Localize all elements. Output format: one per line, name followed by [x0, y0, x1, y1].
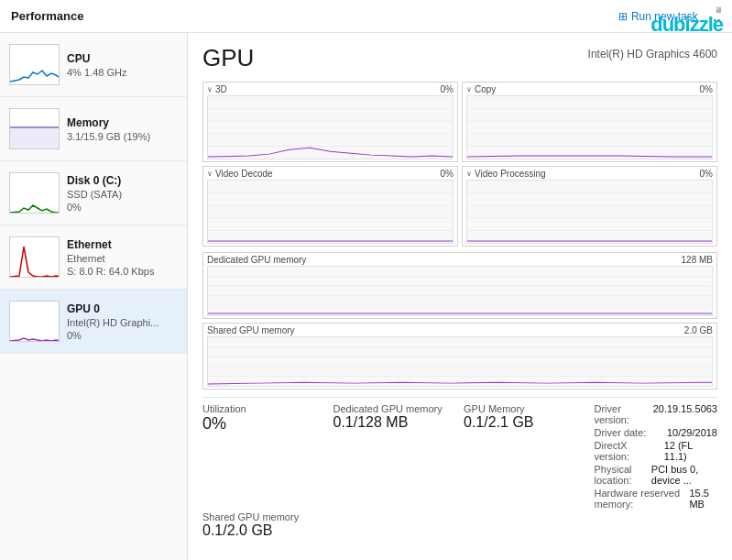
- charts-grid: ∨ 3D 0%: [202, 82, 717, 247]
- ethernet-mini-graph: [9, 236, 60, 278]
- sidebar-item-cpu[interactable]: CPU 4% 1.48 GHz: [0, 33, 187, 97]
- stat-gpu-memory: GPU Memory 0.1/2.1 GB: [464, 403, 587, 510]
- memory-usage: 3.1/15.9 GB (19%): [67, 131, 178, 142]
- chart-vproc-area: [466, 180, 713, 244]
- svg-rect-2: [10, 127, 60, 149]
- chart-vproc-header: ∨ Video Processing 0%: [466, 169, 713, 179]
- detail-subtitle: Intel(R) HD Graphics 4600: [588, 48, 717, 60]
- chart-copy-percent: 0%: [700, 84, 713, 94]
- physical-loc-key: Physical location:: [595, 464, 651, 486]
- info-hw-reserved: Hardware reserved memory: 15.5 MB: [595, 488, 718, 510]
- svg-rect-21: [467, 181, 712, 243]
- cpu-name: CPU: [67, 52, 178, 65]
- chart-copy-header: ∨ Copy 0%: [466, 84, 713, 94]
- chart-video-decode: ∨ Video Decode 0%: [202, 166, 458, 247]
- stat-dedicated-mem: Dedicated GPU memory 0.1/128 MB: [333, 403, 457, 510]
- chart-shmem-header: Shared GPU memory 2.0 GB: [207, 325, 713, 335]
- stat-utilization: Utilization 0%: [202, 403, 326, 510]
- chart-vdecode-percent: 0%: [441, 169, 453, 179]
- ethernet-name: Ethernet: [67, 238, 178, 251]
- info-driver-version: Driver version: 20.19.15.5063: [595, 403, 718, 425]
- chart-3d-area: [207, 95, 453, 159]
- chevron-copy: ∨: [466, 85, 472, 93]
- chart-vproc-label: Video Processing: [475, 169, 546, 179]
- disk-info: Disk 0 (C:) SSD (SATA) 0%: [67, 174, 178, 213]
- chevron-vproc: ∨: [466, 170, 472, 178]
- svg-rect-11: [467, 96, 712, 159]
- ethernet-info: Ethernet Ethernet S: 8.0 R: 64.0 Kbps: [67, 238, 178, 277]
- cpu-usage: 4% 1.48 GHz: [67, 67, 178, 78]
- chart-vproc-percent: 0%: [700, 169, 713, 179]
- shared-mem-value: 0.1/2.0 GB: [202, 522, 299, 539]
- chart-vdecode-area: [207, 180, 453, 244]
- info-driver-date: Driver date: 10/29/2018: [595, 427, 718, 438]
- gpu-memory-value: 0.1/2.1 GB: [464, 414, 587, 431]
- chart-shmem-area: [207, 336, 713, 387]
- chart-dedmem-header: Dedicated GPU memory 128 MB: [207, 255, 713, 265]
- memory-mini-graph: [9, 108, 60, 149]
- cpu-info: CPU 4% 1.48 GHz: [67, 52, 178, 78]
- sidebar-item-memory[interactable]: Memory 3.1/15.9 GB (19%): [0, 97, 187, 161]
- svg-rect-4: [10, 237, 60, 278]
- disk-mini-graph: [9, 172, 60, 214]
- driver-version-val: 20.19.15.5063: [653, 403, 717, 425]
- driver-date-key: Driver date:: [595, 427, 647, 438]
- more-options-button[interactable]: ...: [709, 8, 721, 25]
- chart-dedmem-label: Dedicated GPU memory: [207, 255, 306, 265]
- disk-usage: 0%: [67, 202, 178, 213]
- physical-loc-val: PCI bus 0, device ...: [651, 464, 717, 486]
- svg-rect-5: [10, 302, 60, 342]
- chevron-vdecode: ∨: [207, 170, 213, 178]
- gpu-usage: 0%: [67, 330, 178, 341]
- disk-type: SSD (SATA): [67, 189, 178, 200]
- sidebar: CPU 4% 1.48 GHz Memory 3.1/15.9 GB (19%): [0, 33, 188, 560]
- chart-copy-label: Copy: [475, 84, 496, 94]
- chevron-3d: ∨: [207, 85, 213, 93]
- detail-panel: GPU Intel(R) HD Graphics 4600 ∨ 3D 0%: [188, 33, 732, 560]
- gpu-name: GPU 0: [67, 302, 178, 315]
- ethernet-speed: S: 8.0 R: 64.0 Kbps: [67, 266, 178, 277]
- disk-name: Disk 0 (C:): [67, 174, 178, 187]
- chart-copy-area: [466, 95, 713, 159]
- hw-reserved-val: 15.5 MB: [689, 488, 717, 510]
- chart-copy: ∨ Copy 0%: [462, 82, 717, 162]
- title-bar-actions: ⊞ Run new task ...: [618, 8, 721, 25]
- shared-stat-row: Shared GPU memory 0.1/2.0 GB: [202, 511, 717, 539]
- utilization-label: Utilization: [202, 403, 326, 414]
- driver-version-key: Driver version:: [595, 403, 653, 425]
- chart-3d-percent: 0%: [441, 84, 453, 94]
- svg-rect-31: [208, 337, 712, 386]
- detail-title: GPU: [202, 44, 254, 72]
- chart-vdecode-header: ∨ Video Decode 0%: [207, 169, 453, 179]
- run-task-label: Run new task: [631, 10, 698, 23]
- gpu-info: GPU 0 Intel(R) HD Graphi... 0%: [67, 302, 178, 341]
- chart-dedicated-memory: Dedicated GPU memory 128 MB: [202, 252, 717, 319]
- svg-rect-6: [208, 96, 453, 159]
- driver-date-val: 10/29/2018: [667, 427, 717, 438]
- info-physical-loc: Physical location: PCI bus 0, device ...: [595, 464, 718, 486]
- svg-rect-26: [208, 267, 712, 315]
- shared-mem-label: Shared GPU memory: [202, 511, 299, 522]
- title-bar: Performance ⊞ Run new task ... 🖥 dubizzl…: [0, 0, 732, 33]
- chart-shared-memory: Shared GPU memory 2.0 GB: [202, 323, 717, 390]
- chart-dedmem-area: [207, 266, 713, 316]
- gpu-model: Intel(R) HD Graphi...: [67, 317, 178, 328]
- svg-rect-0: [10, 45, 60, 85]
- svg-rect-3: [10, 173, 60, 214]
- directx-val: 12 (FL 11.1): [664, 440, 717, 462]
- chart-dedmem-value: 128 MB: [682, 255, 713, 265]
- info-grid: Driver version: 20.19.15.5063 Driver dat…: [595, 403, 718, 510]
- sidebar-item-gpu[interactable]: GPU 0 Intel(R) HD Graphi... 0%: [0, 290, 187, 354]
- run-task-icon: ⊞: [618, 10, 628, 23]
- chart-video-processing: ∨ Video Processing 0%: [462, 166, 717, 247]
- hw-reserved-key: Hardware reserved memory:: [595, 488, 690, 510]
- sidebar-item-ethernet[interactable]: Ethernet Ethernet S: 8.0 R: 64.0 Kbps: [0, 225, 187, 290]
- chart-3d-label: 3D: [215, 84, 227, 94]
- sidebar-item-disk[interactable]: Disk 0 (C:) SSD (SATA) 0%: [0, 161, 187, 225]
- app-title: Performance: [11, 9, 83, 23]
- run-task-button[interactable]: ⊞ Run new task: [618, 10, 698, 23]
- main-content: CPU 4% 1.48 GHz Memory 3.1/15.9 GB (19%): [0, 33, 732, 560]
- app-window: Performance ⊞ Run new task ... 🖥 dubizzl…: [0, 0, 732, 560]
- stat-shared-mem: Shared GPU memory 0.1/2.0 GB: [202, 511, 299, 539]
- chart-3d-header: ∨ 3D 0%: [207, 84, 453, 94]
